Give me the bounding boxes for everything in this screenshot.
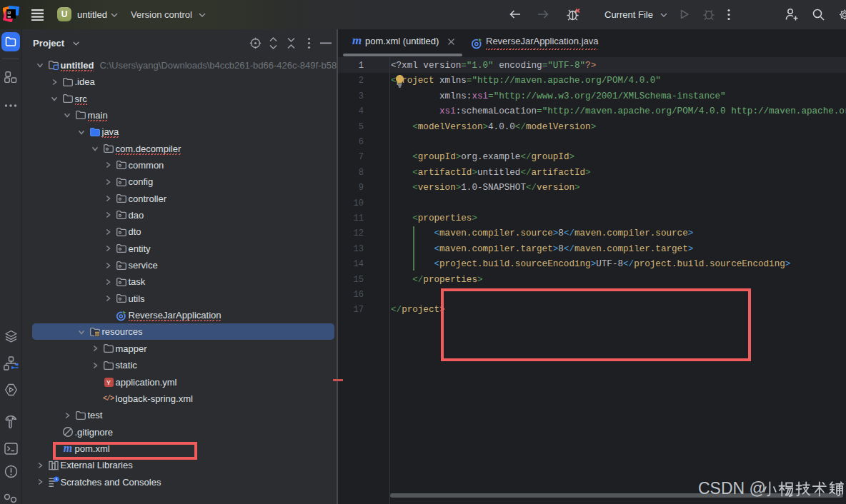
svg-text:IJ: IJ [8, 11, 11, 15]
